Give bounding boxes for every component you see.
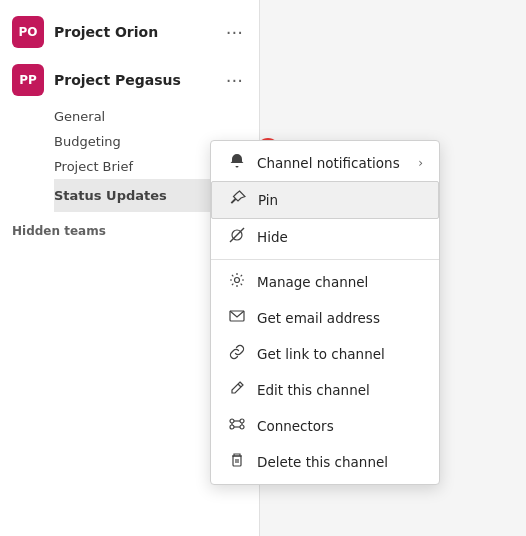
edit-icon [227,380,247,400]
menu-item-connectors[interactable]: Connectors [211,408,439,444]
chevron-right-icon: › [418,156,423,170]
pin-icon [228,190,248,210]
connectors-icon [227,416,247,436]
menu-item-edit-channel[interactable]: Edit this channel [211,372,439,408]
menu-label-edit-channel: Edit this channel [257,382,370,398]
svg-point-9 [230,425,234,429]
menu-label-get-link: Get link to channel [257,346,385,362]
menu-label-connectors: Connectors [257,418,334,434]
team-more-button-orion[interactable]: ··· [222,20,247,45]
svg-point-10 [240,425,244,429]
menu-item-hide[interactable]: Hide [211,219,439,255]
team-more-button-pegasus[interactable]: ··· [222,68,247,93]
trash-icon [227,452,247,472]
menu-item-get-link[interactable]: Get link to channel [211,336,439,372]
gear-icon [227,272,247,292]
menu-label-delete-channel: Delete this channel [257,454,388,470]
menu-divider-1 [211,259,439,260]
svg-point-8 [240,419,244,423]
context-menu: Channel notifications › Pin Hide [210,140,440,485]
menu-label-pin: Pin [258,192,278,208]
svg-point-7 [230,419,234,423]
menu-label-channel-notifications: Channel notifications [257,155,400,171]
team-name-orion: Project Orion [54,24,222,40]
team-avatar-pegasus: PP [12,64,44,96]
menu-label-manage-channel: Manage channel [257,274,368,290]
channel-item-general[interactable]: General [54,104,259,129]
hide-icon [227,227,247,247]
menu-label-hide: Hide [257,229,288,245]
menu-item-manage-channel[interactable]: Manage channel [211,264,439,300]
link-icon [227,344,247,364]
svg-line-6 [238,384,241,387]
email-icon [227,308,247,328]
menu-item-delete-channel[interactable]: Delete this channel [211,444,439,480]
menu-item-channel-notifications[interactable]: Channel notifications › [211,145,439,181]
svg-point-4 [235,278,240,283]
menu-item-pin[interactable]: Pin [211,181,439,219]
team-name-pegasus: Project Pegasus [54,72,222,88]
team-item-project-orion[interactable]: PO Project Orion ··· [0,8,259,56]
bell-icon [227,153,247,173]
svg-rect-15 [233,456,241,466]
team-avatar-orion: PO [12,16,44,48]
team-item-project-pegasus[interactable]: PP Project Pegasus ··· [0,56,259,104]
menu-item-get-email[interactable]: Get email address [211,300,439,336]
menu-label-get-email: Get email address [257,310,380,326]
